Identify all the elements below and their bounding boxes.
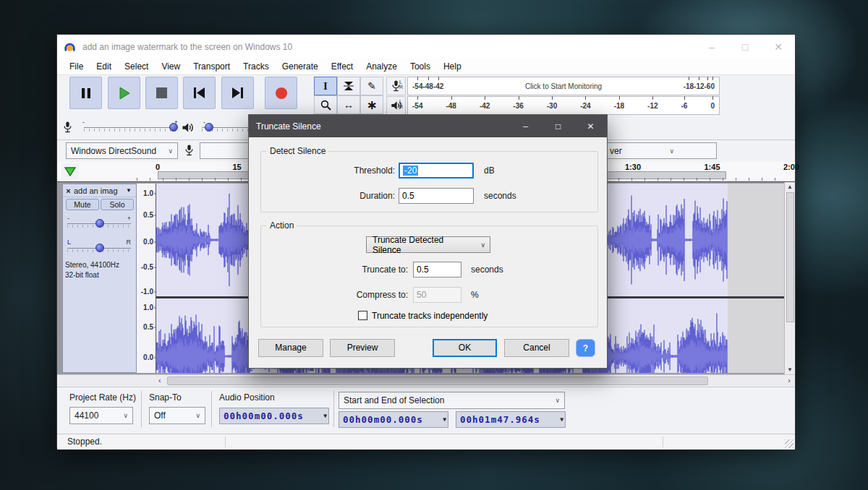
title-bar[interactable]: add an image watermark to the screen on … bbox=[57, 35, 795, 59]
recording-volume-thumb[interactable] bbox=[169, 123, 178, 132]
timeshift-tool[interactable]: ↔ bbox=[337, 95, 360, 114]
timeline-options-button[interactable] bbox=[61, 163, 79, 179]
vertical-scale-ruler[interactable]: 1.00.50.0-0.5-1.01.00.50.0 bbox=[137, 184, 156, 373]
horizontal-scroll-thumb[interactable] bbox=[167, 377, 708, 385]
snap-to-value: Off bbox=[154, 411, 166, 421]
microphone-icon bbox=[184, 143, 194, 158]
playback-meter[interactable]: LR -54-48-42-36-30-24-18-12-60 bbox=[407, 96, 720, 115]
track-close-button[interactable]: × bbox=[63, 186, 74, 195]
truncate-independently-checkbox[interactable] bbox=[358, 311, 367, 320]
selection-tool[interactable]: I bbox=[314, 77, 337, 95]
menu-item-select[interactable]: Select bbox=[118, 59, 155, 74]
track-pan-thumb[interactable] bbox=[95, 244, 104, 252]
menu-item-tools[interactable]: Tools bbox=[404, 59, 437, 74]
manage-button[interactable]: Manage bbox=[258, 339, 323, 357]
menu-item-effect[interactable]: Effect bbox=[325, 59, 359, 74]
slider-minus-label: - bbox=[82, 119, 85, 126]
stop-button[interactable] bbox=[145, 77, 178, 109]
detect-silence-group-label: Detect Silence bbox=[267, 146, 328, 156]
audio-position-value: 00h00m00.000s bbox=[224, 411, 304, 421]
dropdown-arrow-icon[interactable]: ▼ bbox=[443, 416, 446, 423]
truncate-to-value: 0.5 bbox=[417, 265, 429, 275]
audio-host-dropdown[interactable]: Windows DirectSound∨ bbox=[66, 142, 178, 159]
dialog-minimize-button[interactable]: – bbox=[509, 121, 542, 132]
action-dropdown[interactable]: Truncate Detected Silence ∨ bbox=[366, 236, 490, 253]
truncate-independently-label: Truncate tracks independently bbox=[372, 311, 488, 321]
scroll-up-arrow[interactable]: ▲ bbox=[785, 184, 795, 190]
cancel-button[interactable]: Cancel bbox=[504, 339, 569, 357]
mute-button[interactable]: Mute bbox=[66, 199, 99, 210]
scroll-down-arrow[interactable]: ▼ bbox=[785, 366, 795, 373]
timeline-label: 1:30 bbox=[625, 163, 641, 171]
menu-item-generate[interactable]: Generate bbox=[276, 59, 325, 74]
speaker-icon bbox=[182, 121, 194, 134]
track-pan-slider[interactable]: L R bbox=[67, 246, 131, 251]
dropdown-arrow-icon[interactable]: ▼ bbox=[323, 413, 327, 419]
menu-item-file[interactable]: File bbox=[63, 59, 90, 74]
compress-to-label: Compress to: bbox=[336, 290, 408, 300]
multi-tool[interactable]: ∗ bbox=[360, 95, 383, 114]
vertical-scrollbar[interactable]: ▲ ▼ bbox=[784, 182, 795, 374]
skip-end-icon bbox=[231, 87, 244, 98]
resize-grip[interactable] bbox=[785, 439, 793, 448]
track-gain-thumb[interactable] bbox=[95, 219, 104, 228]
selection-end-field[interactable]: 00h01m47.964s ▼ bbox=[456, 411, 566, 428]
action-group-label: Action bbox=[267, 220, 297, 231]
vertical-scroll-thumb[interactable] bbox=[786, 192, 794, 322]
zoom-tool[interactable] bbox=[314, 95, 337, 114]
track-control-panel: × add an imag ▼ Mute Solo - + L R Stereo… bbox=[62, 184, 137, 373]
audio-position-field[interactable]: 00h00m00.000s ▼ bbox=[219, 408, 329, 424]
snap-to-dropdown[interactable]: Off∨ bbox=[149, 407, 205, 424]
dropdown-arrow-icon[interactable]: ▼ bbox=[560, 416, 563, 423]
magnifier-icon bbox=[320, 100, 331, 111]
record-button[interactable] bbox=[265, 77, 297, 109]
monitor-text[interactable]: Click to Start Monitoring bbox=[443, 82, 683, 90]
duration-input[interactable]: 0.5 bbox=[399, 188, 474, 204]
minimize-button[interactable]: – bbox=[695, 41, 728, 53]
menu-item-tracks[interactable]: Tracks bbox=[237, 59, 276, 74]
dialog-maximize-button[interactable]: □ bbox=[542, 121, 574, 132]
menu-item-transport[interactable]: Transport bbox=[187, 59, 237, 74]
maximize-button[interactable]: □ bbox=[728, 41, 762, 53]
dialog-close-button[interactable]: ✕ bbox=[574, 121, 607, 132]
play-button[interactable] bbox=[108, 77, 140, 109]
menu-item-analyze[interactable]: Analyze bbox=[359, 59, 404, 74]
duration-value: 0.5 bbox=[402, 191, 414, 201]
gain-minus-label: - bbox=[67, 215, 69, 222]
playback-volume-thumb[interactable] bbox=[205, 123, 213, 132]
menu-item-view[interactable]: View bbox=[155, 59, 187, 74]
close-button[interactable]: ✕ bbox=[762, 41, 795, 53]
track-gain-slider[interactable]: - + bbox=[67, 222, 131, 226]
pause-button[interactable] bbox=[69, 77, 102, 109]
skip-to-end-button[interactable] bbox=[221, 77, 254, 109]
draw-tool[interactable]: ✎ bbox=[360, 77, 383, 95]
dialog-title-bar[interactable]: Truncate Silence – □ ✕ bbox=[249, 115, 607, 137]
solo-button[interactable]: Solo bbox=[101, 199, 134, 210]
track-name[interactable]: add an imag bbox=[74, 186, 126, 195]
empty-track-area[interactable] bbox=[728, 184, 786, 373]
recording-volume-slider[interactable]: - + bbox=[84, 126, 178, 130]
compress-to-input[interactable]: 50 bbox=[413, 287, 461, 303]
meter-tick-label: -6 bbox=[681, 102, 688, 110]
chevron-down-icon: ∨ bbox=[480, 241, 485, 249]
help-button[interactable]: ? bbox=[576, 339, 595, 357]
menu-item-help[interactable]: Help bbox=[437, 59, 468, 74]
ok-button[interactable]: OK bbox=[433, 339, 497, 357]
recording-device-mic bbox=[184, 143, 194, 158]
selection-start-field[interactable]: 00h00m00.000s ▼ bbox=[339, 411, 448, 428]
threshold-input[interactable]: -20 bbox=[399, 163, 474, 179]
scroll-right-arrow[interactable]: › bbox=[788, 376, 791, 384]
menu-item-edit[interactable]: Edit bbox=[90, 59, 118, 74]
track-menu-caret[interactable]: ▼ bbox=[126, 187, 136, 194]
recording-meter[interactable]: LR -54-48-42Click to Start Monitoring-18… bbox=[407, 77, 720, 95]
scroll-left-arrow[interactable]: ‹ bbox=[158, 376, 161, 384]
selection-mode-dropdown[interactable]: Start and End of Selection∨ bbox=[339, 392, 565, 409]
pan-right-label: R bbox=[127, 238, 132, 246]
asterisk-icon: ∗ bbox=[367, 98, 377, 113]
skip-to-start-button[interactable] bbox=[183, 77, 216, 109]
envelope-tool[interactable] bbox=[337, 77, 360, 95]
project-rate-dropdown[interactable]: 44100∨ bbox=[69, 407, 133, 424]
preview-button[interactable]: Preview bbox=[330, 339, 395, 357]
truncate-to-input[interactable]: 0.5 bbox=[413, 262, 461, 278]
horizontal-scrollbar[interactable]: ‹ › bbox=[57, 374, 795, 387]
